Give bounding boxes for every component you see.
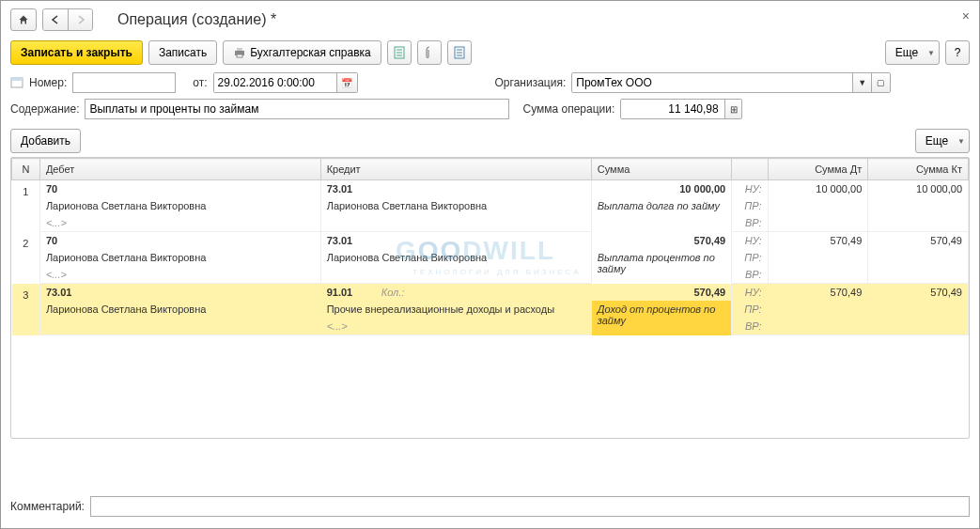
org-select: ▼ ▢ (571, 72, 891, 93)
number-input[interactable] (72, 72, 176, 93)
help-button[interactable]: ? (945, 40, 970, 65)
forward-button[interactable] (68, 9, 92, 30)
open-button[interactable]: ▢ (871, 73, 890, 92)
col-sumkt[interactable]: Сумма Кт (868, 159, 969, 180)
toolbar-icon-3[interactable] (447, 40, 472, 65)
col-debit[interactable]: Дебет (39, 159, 320, 180)
number-label: Номер: (29, 76, 67, 89)
print-button[interactable]: Бухгалтерская справка (223, 40, 381, 65)
print-label: Бухгалтерская справка (250, 46, 371, 59)
sum-label: Сумма операции: (522, 102, 614, 116)
org-input[interactable] (572, 73, 852, 92)
content-input[interactable] (85, 99, 509, 119)
home-button[interactable] (10, 8, 37, 31)
svg-rect-2 (237, 54, 242, 57)
form-row-2: Содержание: Сумма операции: ⊞ (10, 99, 970, 119)
from-label: от: (193, 76, 207, 89)
table-row[interactable]: <...> ВР: (12, 214, 969, 232)
table-row[interactable]: Ларионова Светлана ВикторовнаЛарионова С… (12, 249, 969, 266)
toolbar-icon-1[interactable] (387, 40, 412, 65)
main-toolbar: Записать и закрыть Записать Бухгалтерска… (10, 40, 970, 65)
table-header: N Дебет Кредит Сумма Сумма Дт Сумма Кт (12, 159, 969, 180)
table-more-button[interactable]: Еще▼ (915, 129, 970, 153)
table-row[interactable]: <...> ВР: (12, 266, 969, 284)
back-button[interactable] (43, 9, 68, 30)
calc-button[interactable]: ⊞ (724, 100, 742, 118)
comment-row: Комментарий: (10, 496, 970, 517)
doc-icon (10, 77, 23, 88)
home-icon (18, 14, 29, 25)
table-row[interactable]: 3 73.01 91.01 Кол.: 570,49 НУ: 570,49570… (12, 284, 969, 302)
svg-rect-1 (237, 48, 242, 51)
table-row[interactable]: Ларионова Светлана ВикторовнаПрочие внер… (12, 301, 969, 318)
table-row[interactable]: 1 70 73.01 10 000,00 НУ: 10 000,0010 000… (12, 180, 969, 198)
col-credit[interactable]: Кредит (320, 159, 591, 180)
date-input-group: 📅 (213, 72, 358, 93)
toolbar-icon-2[interactable] (417, 40, 442, 65)
document-icon (394, 46, 405, 59)
arrow-left-icon (51, 15, 60, 24)
window: × Операция (создание) * Записать и закры… (0, 0, 980, 529)
col-sumdt[interactable]: Сумма Дт (768, 159, 868, 180)
clip-icon (425, 46, 434, 59)
save-button[interactable]: Записать (148, 40, 217, 65)
chevron-down-icon: ▼ (927, 49, 935, 57)
page-title: Операция (создание) * (117, 11, 276, 28)
close-icon[interactable]: × (962, 8, 970, 23)
arrow-right-icon (76, 15, 86, 24)
table: N Дебет Кредит Сумма Сумма Дт Сумма Кт 1… (10, 157, 970, 439)
table-toolbar: Добавить Еще▼ (10, 129, 970, 153)
org-label: Организация: (495, 76, 567, 89)
printer-icon (233, 47, 246, 58)
table-row[interactable]: <...> ВР: (12, 318, 969, 335)
chevron-down-icon: ▼ (957, 137, 965, 146)
comment-input[interactable] (90, 496, 970, 517)
table-row[interactable]: 2 70 73.01 570,49 НУ: 570,49570,49 (12, 232, 969, 250)
col-tax[interactable] (732, 159, 768, 180)
date-input[interactable] (214, 73, 336, 92)
col-sum[interactable]: Сумма (591, 159, 731, 180)
sum-input[interactable] (621, 100, 723, 118)
calendar-button[interactable]: 📅 (336, 73, 357, 92)
form-row-1: Номер: от: 📅 Организация: ▼ ▢ (10, 72, 970, 93)
nav-arrows (42, 8, 93, 31)
sum-group: ⊞ (620, 99, 742, 119)
add-button[interactable]: Добавить (10, 129, 81, 153)
save-close-button[interactable]: Записать и закрыть (10, 40, 143, 65)
comment-label: Комментарий: (10, 500, 85, 513)
col-n[interactable]: N (12, 159, 40, 180)
list-icon (454, 46, 465, 59)
dropdown-button[interactable]: ▼ (852, 73, 871, 92)
table-row[interactable]: Ларионова Светлана ВикторовнаЛарионова С… (12, 197, 969, 214)
content-label: Содержание: (10, 102, 79, 116)
svg-rect-12 (11, 78, 23, 81)
topbar: Операция (создание) * (10, 8, 970, 31)
more-button[interactable]: Еще▼ (885, 40, 940, 65)
